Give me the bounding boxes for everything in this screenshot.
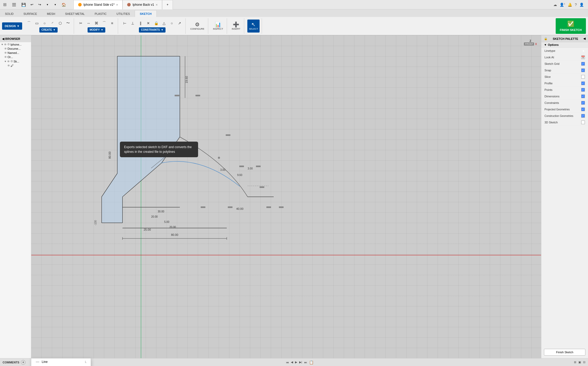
break-button[interactable]: ⌘ <box>93 20 100 27</box>
visibility-icon-sketch[interactable]: 👁 <box>7 60 10 63</box>
projected-checkbox[interactable]: ✓ <box>581 108 585 111</box>
snap-checkbox[interactable]: ✓ <box>581 68 585 72</box>
help-icon[interactable]: ? <box>575 3 577 7</box>
notification-icon[interactable]: 🔔 <box>568 3 572 7</box>
add-comment-button[interactable]: + <box>21 360 26 365</box>
playback-start-button[interactable]: ⏮ <box>286 361 289 364</box>
circle-tool-button[interactable]: ○ <box>41 20 48 27</box>
constrain6-button[interactable]: △ <box>160 20 168 27</box>
visibility-icon-named[interactable]: 👁 <box>4 51 7 54</box>
file-menu-icon[interactable] <box>9 0 19 9</box>
gear-icon[interactable]: ⚙ <box>7 43 10 46</box>
tab-sheet-metal[interactable]: SHEET METAL <box>60 10 90 17</box>
app-grid-icon[interactable]: ⊞ <box>0 0 9 9</box>
tab-solid[interactable]: SOLID <box>0 10 19 17</box>
constrain4-button[interactable]: ✕ <box>145 20 152 27</box>
create-dropdown-button[interactable]: CREATE ▼ <box>39 27 58 33</box>
save-button[interactable]: 💾 <box>19 0 28 9</box>
polygon-tool-button[interactable]: ⬡ <box>57 20 64 27</box>
playback-next-button[interactable]: ▶| <box>299 361 302 364</box>
redo-button[interactable]: ↪ <box>36 1 43 8</box>
constrain1-button[interactable]: ⊢ <box>121 20 128 27</box>
constrain8-button[interactable]: ↗ <box>176 20 183 27</box>
view-cube-button[interactable]: ⊞ <box>574 361 576 364</box>
browser-collapse-icon[interactable]: ◀ <box>2 37 4 41</box>
grid-button[interactable]: ⊟ <box>583 361 585 364</box>
constrain5-button[interactable]: 🔒 <box>152 20 160 27</box>
construction-checkbox[interactable]: ✓ <box>581 114 585 118</box>
user-avatar[interactable]: 👤 <box>579 3 584 7</box>
tab-mesh[interactable]: MESH <box>42 10 60 17</box>
fillet-button[interactable]: ⌒ <box>101 20 108 27</box>
playback-end-button[interactable]: ⏭ <box>304 361 307 364</box>
configure-button[interactable]: ⚙ CONFIGURE <box>189 20 206 33</box>
lookat-control[interactable]: 📅 <box>581 55 585 59</box>
cloud-icon[interactable]: ☁ <box>553 3 557 7</box>
palette-expand-icon[interactable]: ◀ <box>583 37 585 40</box>
browser-item-sketch-child[interactable]: 👁 🖊 <box>0 64 31 68</box>
redo-history-button[interactable]: ▼ <box>52 1 59 8</box>
select-button[interactable]: ↖ SELECT <box>247 20 260 33</box>
constrain3-button[interactable]: ∥ <box>137 20 144 27</box>
visibility-icon-sketch-child[interactable]: 👁 <box>7 64 10 67</box>
playback-prev-button[interactable]: ◀ <box>291 361 293 364</box>
visibility-icon-origin[interactable]: 👁 <box>4 55 7 59</box>
gear-icon-sketch[interactable]: ⚙ <box>10 60 13 63</box>
offset-button[interactable]: ≡ <box>108 20 116 27</box>
inspect-button[interactable]: 📊 INSPECT <box>211 20 225 33</box>
tab-surface[interactable]: SURFACE <box>19 10 42 17</box>
constrain7-button[interactable]: ○ <box>168 20 175 27</box>
extend-button[interactable]: ↔ <box>85 20 92 27</box>
toolbar-content: DESIGN ▼ ⌒ ▭ ○ ◜ ⬡ 〜 CREATE ▼ <box>0 17 588 35</box>
constraints-dropdown-button[interactable]: CONSTRAINTS ▼ <box>139 27 166 33</box>
design-dropdown-arrow: ▼ <box>17 24 20 28</box>
undo-button[interactable]: ↩ <box>28 1 35 8</box>
profile-checkbox[interactable]: ✓ <box>581 81 585 85</box>
tab-iphone-stand[interactable]: 🟠 Iphone Stand Side v1* ✕ <box>74 0 123 9</box>
constrain2-button[interactable]: ⊥ <box>129 20 136 27</box>
dimensions-checkbox[interactable]: ✓ <box>581 94 585 98</box>
view-mode-button[interactable]: ▣ <box>578 361 581 364</box>
new-tab-button[interactable]: + <box>162 0 173 9</box>
tab-plastic[interactable]: PLASTIC <box>90 10 112 17</box>
line-tool-button[interactable]: ⌒ <box>25 20 33 27</box>
3dsketch-checkbox[interactable] <box>581 121 585 124</box>
palette-options-section[interactable]: ▼ Options <box>541 42 588 48</box>
modify-dropdown-button[interactable]: MODIFY ▼ <box>88 27 106 33</box>
arc-tool-button[interactable]: ◜ <box>49 20 56 27</box>
linetype-left-arrow[interactable]: ◀ <box>582 49 584 52</box>
rectangle-tool-button[interactable]: ▭ <box>33 20 40 27</box>
tab-iphone-back[interactable]: 🟤 Iphone Back v1 ✕ <box>123 0 162 9</box>
finish-sketch-palette-button[interactable]: Finish Sketch <box>544 349 585 356</box>
tab-utilities[interactable]: UTILITIES <box>112 10 135 17</box>
browser-item-document[interactable]: 👁 Docume... <box>0 47 31 51</box>
tab-close-button2[interactable]: ✕ <box>156 3 158 6</box>
undo-history-button[interactable]: ▼ <box>44 1 51 8</box>
browser-item-sketch[interactable]: ▼ 👁 ⚙ Sk... <box>0 59 31 64</box>
browser-item-origin[interactable]: 👁 Or... <box>0 55 31 59</box>
finish-sketch-toolbar-button[interactable]: ✅ FINISH SKETCH <box>556 18 586 34</box>
canvas-area[interactable]: Z FRONT X <box>31 35 541 358</box>
design-dropdown-button[interactable]: DESIGN ▼ <box>2 22 22 30</box>
constraints-checkbox[interactable]: ✓ <box>581 101 585 105</box>
sketchgrid-checkbox[interactable]: ✓ <box>581 62 585 66</box>
points-checkbox[interactable]: ✓ <box>581 88 585 92</box>
home-button[interactable]: 🏠 <box>59 0 68 9</box>
user-count-icon[interactable]: 👤1 <box>560 3 565 7</box>
slice-checkbox[interactable] <box>581 75 585 79</box>
browser-item-named[interactable]: 👁 Named... <box>0 51 31 55</box>
tab-close-button[interactable]: ✕ <box>116 3 118 6</box>
menu-item-rectangle[interactable]: ▭ Rectangle ▶ <box>31 365 91 366</box>
undo-redo-group: ↩ ↪ ▼ ▼ <box>28 1 59 8</box>
playback-play-button[interactable]: ▶ <box>295 361 297 364</box>
timeline-icon[interactable]: 📋 <box>309 360 314 364</box>
menu-item-line[interactable]: — Line L <box>31 358 91 365</box>
browser-item-iphone[interactable]: ▼ 👁 ⚙ Iphone... <box>0 42 31 47</box>
linetype-control[interactable]: ◀ <box>581 49 585 53</box>
visibility-icon-doc[interactable]: 👁 <box>4 47 7 50</box>
insert-button[interactable]: ➕ INSERT <box>230 20 242 33</box>
trim-button[interactable]: ✂ <box>77 20 84 27</box>
spline-tool-button[interactable]: 〜 <box>64 20 72 27</box>
visibility-icon[interactable]: 👁 <box>4 43 7 46</box>
tab-sketch[interactable]: SKETCH <box>135 10 156 17</box>
